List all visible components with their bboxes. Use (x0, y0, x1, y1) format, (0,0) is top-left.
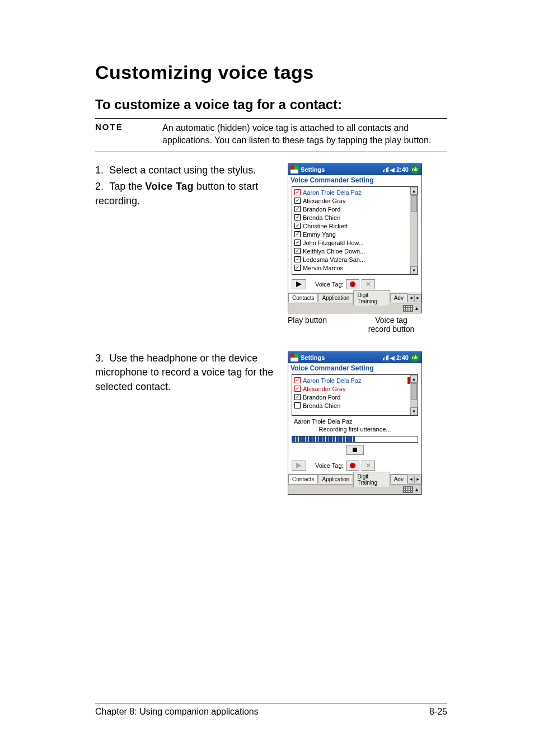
checkbox-icon[interactable]: ✓ (294, 214, 301, 220)
list-item[interactable]: ✓Mervin Marcos (292, 264, 418, 272)
checkbox-icon[interactable]: ✓ (294, 377, 301, 383)
step-1: 1.Select a contact using the stylus. (95, 163, 274, 177)
svg-marker-1 (296, 463, 302, 468)
list-item[interactable]: Brenda Chien (292, 401, 418, 410)
play-button[interactable] (292, 279, 306, 289)
delete-button[interactable]: ✕ (362, 461, 375, 471)
ppc-titlebar: Settings ◀ 2:40 ok (288, 164, 421, 175)
voice-tag-label: Voice Tag: (315, 462, 344, 469)
stop-icon (353, 448, 357, 452)
ppc-window-1: Settings ◀ 2:40 ok Voice Commander Setti… (288, 163, 422, 313)
list-item[interactable]: ✓Aaron Troie Dela Paz (292, 376, 418, 384)
list-item[interactable]: ✓Aaron Troie Dela Paz (292, 188, 418, 196)
sip-up-icon[interactable]: ▲ (414, 306, 419, 311)
signal-icon (383, 167, 388, 172)
clock-text: 2:40 (396, 166, 409, 173)
tab-digit-training[interactable]: Digit Training (353, 472, 390, 487)
section-heading: To customize a voice tag for a contact: (95, 97, 447, 112)
tab-scroll-right-icon[interactable]: ► (414, 476, 421, 483)
checkbox-icon[interactable]: ✓ (294, 198, 301, 204)
recording-status-text: Recording first utterance... (292, 426, 418, 433)
checkbox-icon[interactable]: ✓ (294, 240, 301, 246)
screenshot1-captions: Play button Voice tag record button (288, 316, 422, 334)
list-item[interactable]: ✓Emmy Yang (292, 230, 418, 238)
checkbox-icon[interactable]: ✓ (294, 394, 301, 400)
tab-scroll-right-icon[interactable]: ► (414, 294, 421, 302)
signal-icon (383, 355, 388, 360)
caption-play: Play button (288, 316, 327, 334)
scroll-up-icon[interactable]: ▲ (410, 187, 418, 195)
page-footer: Chapter 8: Using companion applications … (95, 703, 447, 717)
speaker-icon: ◀ (390, 355, 395, 361)
footer-page-number: 8-25 (429, 707, 447, 717)
checkbox-icon[interactable]: ✓ (294, 248, 301, 254)
scrollbar[interactable]: ▲ ▼ (410, 187, 418, 274)
scrollbar[interactable]: ▲ ▼ (410, 375, 418, 415)
contacts-listbox[interactable]: ✓Aaron Troie Dela Paz ✓Alexander Gray ✓B… (292, 374, 418, 416)
list-item[interactable]: ✓Brandon Ford (292, 205, 418, 213)
list-item[interactable]: ✓Ledesma Valera San... (292, 255, 418, 264)
record-button[interactable] (346, 461, 359, 471)
recording-contact-name: Aaron Troie Dela Paz (294, 418, 418, 425)
tab-digit-training[interactable]: Digit Training (353, 290, 390, 306)
checkbox-icon[interactable]: ✓ (294, 223, 301, 229)
list-item[interactable]: ✓Brenda Chien (292, 213, 418, 222)
checkbox-icon[interactable]: ✓ (294, 265, 301, 271)
step-3: 3.Use the headphone or the device microp… (95, 351, 274, 394)
ppc-titlebar: Settings ◀ 2:40 ok (288, 352, 421, 363)
windows-logo-icon (291, 166, 298, 173)
checkbox-icon[interactable]: ✓ (294, 386, 301, 392)
step-2: 2.Tap the Voice Tag button to start reco… (95, 180, 274, 208)
ppc-subtitle: Voice Commander Setting (288, 363, 421, 374)
ok-button[interactable]: ok (410, 165, 419, 174)
caption-record: Voice tag record button (360, 316, 422, 334)
voice-tag-label: Voice Tag: (315, 281, 344, 288)
record-button[interactable] (346, 279, 359, 289)
tab-scroll-left-icon[interactable]: ◄ (407, 476, 415, 483)
svg-marker-0 (296, 281, 302, 287)
tab-contacts[interactable]: Contacts (288, 475, 318, 483)
list-item[interactable]: ✓Brandon Ford (292, 393, 418, 401)
list-item[interactable]: ✓Christine Rickett (292, 222, 418, 230)
ok-button[interactable]: ok (410, 353, 419, 362)
record-icon (350, 281, 355, 287)
checkbox-icon[interactable] (294, 402, 301, 408)
checkbox-icon[interactable]: ✓ (294, 231, 301, 237)
sip-up-icon[interactable]: ▲ (414, 487, 419, 492)
scroll-down-icon[interactable]: ▼ (410, 407, 418, 415)
recording-progress (292, 436, 418, 443)
delete-button[interactable]: ✕ (362, 279, 375, 289)
list-item[interactable]: ✓John Fitzgerald How... (292, 238, 418, 247)
tab-bar: Contacts Application Digit Training Adv … (288, 293, 421, 303)
tab-advanced[interactable]: Adv (390, 293, 407, 302)
checkbox-icon[interactable]: ✓ (294, 189, 301, 195)
checkbox-icon[interactable]: ✓ (294, 256, 301, 262)
stop-button[interactable] (346, 445, 364, 455)
tab-application[interactable]: Application (318, 475, 353, 483)
play-button[interactable] (292, 461, 306, 471)
recording-panel: Aaron Troie Dela Paz Recording first utt… (292, 418, 418, 455)
ppc-subtitle: Voice Commander Setting (288, 175, 421, 186)
note-text: An automatic (hidden) voice tag is attac… (162, 122, 447, 146)
tab-application[interactable]: Application (318, 293, 353, 302)
list-item[interactable]: ✓Alexander Gray (292, 196, 418, 205)
page-heading: Customizing voice tags (95, 62, 447, 83)
windows-logo-icon (291, 354, 298, 361)
scroll-up-icon[interactable]: ▲ (410, 375, 418, 383)
tab-contacts[interactable]: Contacts (288, 293, 318, 302)
list-item[interactable]: ✓Keithlyn Chloe Down... (292, 247, 418, 255)
record-icon (350, 463, 355, 468)
tab-advanced[interactable]: Adv (390, 475, 407, 483)
keyboard-icon[interactable] (403, 305, 413, 312)
scroll-down-icon[interactable]: ▼ (410, 266, 418, 274)
scroll-thumb[interactable] (411, 195, 417, 212)
keyboard-icon[interactable] (403, 486, 413, 493)
list-item[interactable]: ✓Alexander Gray (292, 384, 418, 393)
tab-scroll-left-icon[interactable]: ◄ (407, 294, 415, 302)
tab-bar: Contacts Application Digit Training Adv … (288, 474, 421, 484)
ppc-title-text: Settings (301, 166, 325, 173)
clock-text: 2:40 (396, 354, 409, 361)
checkbox-icon[interactable]: ✓ (294, 206, 301, 212)
contacts-listbox[interactable]: ✓Aaron Troie Dela Paz ✓Alexander Gray ✓B… (292, 186, 418, 275)
scroll-thumb[interactable] (411, 383, 417, 400)
